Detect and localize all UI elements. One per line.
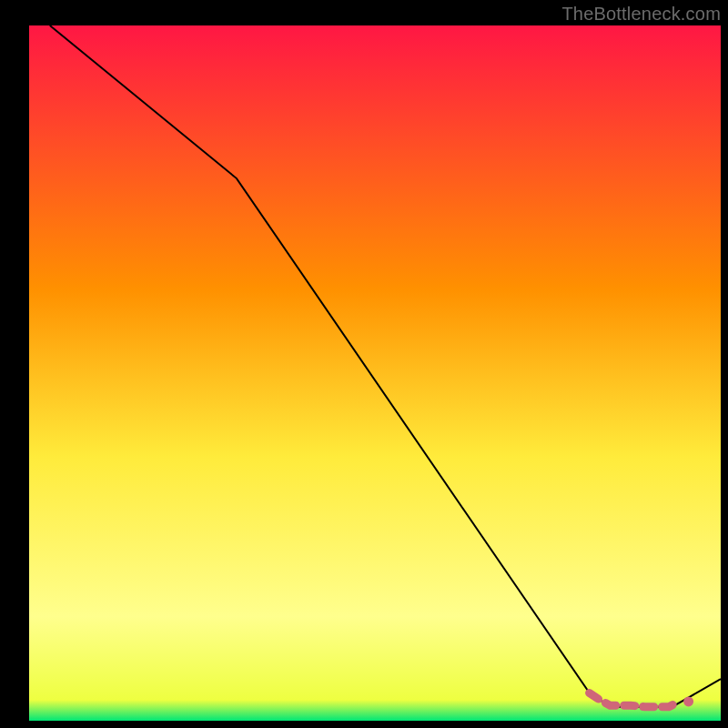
plot-background <box>29 25 721 721</box>
marker-end-dot <box>683 696 693 706</box>
watermark-text: TheBottleneck.com <box>561 4 721 25</box>
chart-svg <box>0 0 728 728</box>
chart-frame: TheBottleneck.com <box>0 0 728 728</box>
